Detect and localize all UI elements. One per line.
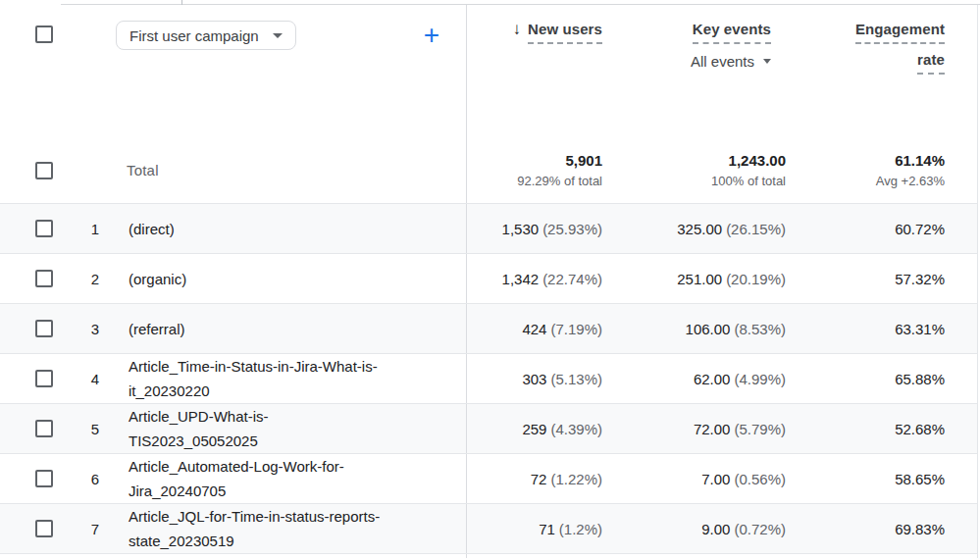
table-body: 1 (direct) 1,530 (25.93%) 325.00 (26.15%… [0, 203, 977, 553]
table-header-left: First user campaign + [0, 5, 466, 137]
row-left: 7 Article_JQL-for-Time-in-status-reports… [0, 504, 466, 553]
row-dimension-value: (organic) [129, 267, 186, 291]
engagement-rate-value: 69.83% [895, 521, 945, 537]
new-users-value: 72 [531, 471, 547, 487]
table-row[interactable]: 1 (direct) 1,530 (25.93%) 325.00 (26.15%… [0, 203, 977, 253]
engagement-rate-value: 65.88% [895, 371, 945, 387]
totals-label: Total [127, 162, 159, 178]
data-table: First user campaign + ↓ New users Key ev… [0, 5, 978, 558]
key-events-value: 62.00 [694, 371, 731, 387]
row-checkbox[interactable] [35, 320, 53, 337]
key-events-percent: (20.19%) [726, 271, 786, 287]
totals-key-events-subtext: 100% of total [711, 174, 786, 188]
row-checkbox[interactable] [35, 420, 53, 437]
key-events-filter-dropdown[interactable]: All events [691, 53, 771, 70]
row-index: 4 [83, 371, 99, 387]
new-users-value: 1,530 [502, 221, 540, 237]
dimension-line: Article_JQL-for-Time-in-status-reports- [129, 504, 380, 529]
row-right: 424 (7.19%) 106.00 (8.53%) 63.31% [466, 304, 980, 353]
row-left: 6 Article_Automated-Log-Work-for-Jira_20… [0, 454, 466, 503]
dimension-line: (direct) [129, 217, 175, 241]
table-row[interactable]: 7 Article_JQL-for-Time-in-status-reports… [0, 503, 977, 553]
key-events-cell: 325.00 (26.15%) [602, 204, 786, 253]
totals-engagement-rate-subtext: Avg +2.63% [876, 174, 945, 188]
row-dimension-value: (direct) [129, 217, 175, 241]
new-users-cell: 303 (5.13%) [467, 354, 602, 403]
table-row[interactable]: 6 Article_Automated-Log-Work-for-Jira_20… [0, 453, 977, 503]
row-right: 259 (4.39%) 72.00 (5.79%) 52.68% [466, 404, 980, 453]
row-checkbox[interactable] [35, 370, 53, 387]
row-dimension-value: Article_Automated-Log-Work-for-Jira_2024… [129, 454, 344, 503]
row-left: 4 Article_Time-in-Status-in-Jira-What-is… [0, 354, 466, 403]
key-events-value: 9.00 [701, 521, 730, 537]
row-right: 72 (1.22%) 7.00 (0.56%) 58.65% [466, 454, 980, 503]
dimension-selector-label: First user campaign [129, 27, 259, 44]
totals-new-users-cell: 5,901 92.29% of total [467, 137, 602, 203]
row-checkbox[interactable] [35, 520, 53, 537]
key-events-cell: 251.00 (20.19%) [602, 254, 786, 303]
table-row[interactable]: 5 Article_UPD-What-is-TIS2023_05052025 2… [0, 403, 977, 453]
row-left: 1 (direct) [0, 204, 466, 253]
sort-descending-icon: ↓ [513, 21, 522, 38]
new-users-value: 1,342 [502, 271, 540, 287]
row-checkbox[interactable] [35, 220, 53, 237]
engagement-rate-value: 58.65% [895, 471, 945, 487]
engagement-rate-cell: 52.68% [786, 404, 945, 453]
chevron-down-icon [763, 59, 771, 64]
dimension-line: Jira_20240705 [129, 479, 344, 503]
new-users-value: 259 [522, 421, 546, 437]
table-row[interactable]: 4 Article_Time-in-Status-in-Jira-What-is… [0, 353, 977, 403]
row-left: 2 (organic) [0, 254, 466, 303]
row-right: 71 (1.2%) 9.00 (0.72%) 69.83% [466, 504, 980, 553]
row-checkbox[interactable] [35, 270, 53, 287]
key-events-value: 7.00 [701, 471, 730, 487]
row-spacer [945, 454, 980, 503]
analytics-report-table: First user campaign + ↓ New users Key ev… [0, 0, 980, 559]
row-spacer [945, 204, 980, 253]
new-users-cell: 71 (1.2%) [467, 504, 602, 553]
engagement-rate-cell: 65.88% [786, 354, 945, 403]
key-events-percent: (26.15%) [726, 221, 786, 237]
totals-checkbox[interactable] [35, 162, 53, 179]
column-header-new-users[interactable]: ↓ New users [467, 5, 602, 137]
chevron-down-icon [273, 33, 283, 38]
new-users-percent: (7.19%) [550, 321, 602, 337]
key-events-percent: (8.53%) [734, 321, 786, 337]
select-all-checkbox[interactable] [35, 25, 53, 43]
engagement-rate-cell: 60.72% [786, 204, 945, 253]
row-dimension-value: Article_Time-in-Status-in-Jira-What-is-i… [129, 354, 378, 403]
dimension-line: state_20230519 [129, 529, 380, 553]
column-header-key-events[interactable]: Key events All events [602, 5, 786, 137]
totals-engagement-rate-cell: 61.14% Avg +2.63% [786, 137, 945, 203]
key-events-cell: 72.00 (5.79%) [602, 404, 786, 453]
column-label-rate: rate [917, 51, 945, 75]
key-events-cell: 106.00 (8.53%) [602, 304, 786, 353]
key-events-percent: (5.79%) [734, 421, 786, 437]
column-label-key-events: Key events [693, 21, 771, 44]
key-events-percent: (0.72%) [734, 521, 786, 537]
engagement-rate-value: 63.31% [895, 321, 945, 337]
engagement-rate-value: 57.32% [895, 271, 945, 287]
row-checkbox[interactable] [35, 470, 53, 487]
dimension-line: (organic) [129, 267, 186, 291]
add-dimension-button[interactable]: + [424, 22, 439, 49]
new-users-value: 303 [522, 371, 546, 387]
row-index: 1 [83, 221, 99, 237]
key-events-cell: 9.00 (0.72%) [602, 504, 786, 553]
key-events-cell: 7.00 (0.56%) [602, 454, 786, 503]
table-row[interactable]: 2 (organic) 1,342 (22.74%) 251.00 (20.19… [0, 253, 977, 303]
row-right: 303 (5.13%) 62.00 (4.99%) 65.88% [466, 354, 980, 403]
key-events-value: 325.00 [677, 221, 722, 237]
table-row[interactable]: 3 (referral) 424 (7.19%) 106.00 (8.53%) … [0, 303, 977, 353]
totals-engagement-rate-value: 61.14% [895, 152, 945, 169]
column-label-new-users: New users [528, 21, 602, 44]
dimension-selector[interactable]: First user campaign [116, 21, 296, 50]
totals-new-users-subtext: 92.29% of total [517, 174, 602, 188]
new-users-percent: (22.74%) [542, 271, 602, 287]
new-users-value: 424 [522, 321, 546, 337]
engagement-rate-value: 60.72% [895, 221, 945, 237]
row-spacer [945, 254, 980, 303]
row-spacer [945, 504, 980, 553]
row-spacer [945, 304, 980, 353]
column-header-engagement-rate[interactable]: Engagement rate [786, 5, 945, 137]
